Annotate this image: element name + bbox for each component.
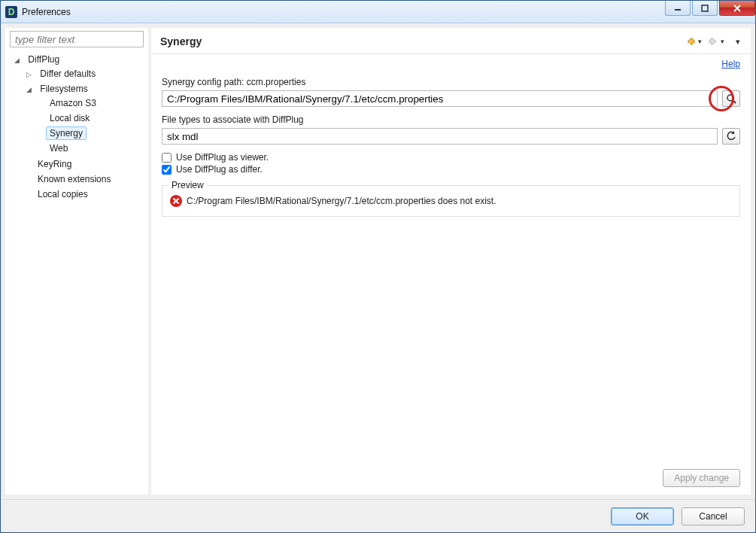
window-controls	[665, 1, 755, 23]
client-area: ◢ DiffPlug ▷ Differ defaults ◢ Filesyste…	[1, 23, 755, 532]
titlebar: D Preferences	[1, 1, 755, 23]
app-icon: D	[5, 6, 17, 18]
browse-button[interactable]	[722, 90, 740, 107]
preview-group: Preview C:/Program Files/IBM/Rational/Sy…	[162, 185, 740, 217]
tree-item-keyring[interactable]: KeyRing	[34, 157, 75, 171]
use-differ-checkbox[interactable]	[162, 165, 172, 175]
preview-error-line: C:/Program Files/IBM/Rational/Synergy/7.…	[170, 195, 732, 207]
error-icon	[170, 195, 182, 207]
page-content: Synergy config path: ccm.properties File…	[151, 72, 751, 464]
tree-item-synergy[interactable]: Synergy	[46, 126, 87, 140]
help-line: Help	[151, 59, 751, 72]
help-link[interactable]: Help	[721, 59, 740, 69]
nav-buttons: ▾ ▾ ▾	[685, 35, 743, 47]
cancel-button[interactable]: Cancel	[682, 507, 745, 525]
back-button[interactable]	[685, 35, 697, 47]
config-path-label: Synergy config path: ccm.properties	[162, 77, 740, 87]
tree-item-diffplug[interactable]: DiffPlug	[24, 53, 63, 66]
dialog-footer: OK Cancel	[1, 499, 755, 532]
back-menu[interactable]: ▾	[698, 38, 706, 45]
close-button[interactable]	[719, 1, 755, 16]
magnifier-icon	[726, 93, 736, 104]
tree-item-filesystems[interactable]: Filesystems	[36, 82, 91, 96]
svg-line-5	[733, 100, 736, 103]
config-path-row	[162, 90, 740, 107]
twisty-collapsed-icon[interactable]: ▷	[25, 71, 32, 78]
view-menu[interactable]: ▾	[736, 37, 743, 47]
tree-item-local-disk[interactable]: Local disk	[46, 111, 93, 125]
arrow-left-icon	[685, 36, 696, 47]
preference-page: Synergy ▾ ▾	[151, 28, 751, 495]
use-differ-label[interactable]: Use DiffPlug as differ.	[176, 164, 263, 175]
use-differ-row: Use DiffPlug as differ.	[162, 164, 740, 175]
preferences-window: D Preferences ◢ D	[0, 0, 756, 533]
refresh-button[interactable]	[722, 128, 740, 145]
minimize-button[interactable]	[665, 1, 691, 16]
use-viewer-row: Use DiffPlug as viewer.	[162, 152, 740, 163]
maximize-button[interactable]	[692, 1, 718, 16]
window-title: Preferences	[22, 7, 665, 17]
tree-item-web[interactable]: Web	[46, 142, 71, 155]
use-viewer-checkbox[interactable]	[162, 153, 172, 163]
ok-button[interactable]: OK	[611, 507, 674, 525]
filetypes-label: File types to associate with DiffPlug	[162, 114, 740, 125]
tree-item-differ-defaults[interactable]: Differ defaults	[36, 67, 99, 81]
refresh-icon	[726, 131, 736, 142]
apply-button[interactable]: Apply change	[663, 469, 740, 487]
sidebar: ◢ DiffPlug ▷ Differ defaults ◢ Filesyste…	[5, 28, 148, 495]
forward-button[interactable]	[707, 35, 719, 47]
forward-menu[interactable]: ▾	[721, 38, 728, 45]
close-icon	[733, 4, 742, 13]
arrow-right-icon	[708, 36, 718, 47]
split-pane: ◢ DiffPlug ▷ Differ defaults ◢ Filesyste…	[1, 23, 755, 499]
twisty-expanded-icon[interactable]: ◢	[13, 56, 20, 64]
preference-tree[interactable]: ◢ DiffPlug ▷ Differ defaults ◢ Filesyste…	[5, 52, 148, 495]
config-path-input[interactable]	[162, 90, 718, 107]
divider	[151, 53, 751, 54]
svg-point-4	[727, 95, 733, 101]
use-viewer-label[interactable]: Use DiffPlug as viewer.	[176, 152, 269, 163]
tree-item-known-extensions[interactable]: Known extensions	[34, 172, 114, 186]
tree-item-amazon-s3[interactable]: Amazon S3	[46, 96, 100, 110]
preview-error-text: C:/Program Files/IBM/Rational/Synergy/7.…	[187, 196, 496, 206]
page-header: Synergy ▾ ▾	[151, 28, 751, 53]
maximize-icon	[701, 5, 709, 12]
tree-item-local-copies[interactable]: Local copies	[34, 187, 92, 201]
filetypes-input[interactable]	[162, 128, 718, 145]
filter-input[interactable]	[10, 31, 144, 47]
page-title: Synergy	[160, 35, 685, 47]
minimize-icon	[674, 5, 682, 12]
twisty-expanded-icon[interactable]: ◢	[25, 86, 32, 93]
preview-legend: Preview	[169, 180, 207, 190]
apply-row: Apply change	[151, 464, 751, 495]
svg-rect-1	[702, 5, 708, 11]
filetypes-row	[162, 128, 740, 145]
